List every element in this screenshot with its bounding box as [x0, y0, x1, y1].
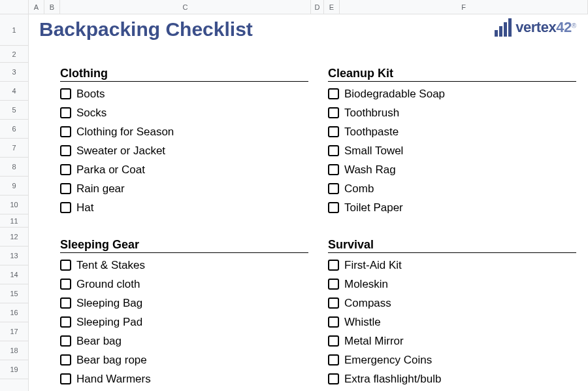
checklist-item-label: Small Towel	[344, 144, 403, 158]
checklist-item-label: Whistle	[344, 316, 381, 329]
checklist-item-label: Moleskin	[344, 278, 388, 291]
spreadsheet-grid[interactable]: Backpacking Checklist vertex42® Clothing…	[29, 14, 588, 391]
row-header-8[interactable]: 8	[0, 158, 28, 177]
checklist-item: Wash Rag	[328, 160, 576, 179]
checkbox[interactable]	[60, 373, 71, 384]
logo-text: vertex	[515, 19, 556, 35]
checkbox[interactable]	[60, 202, 71, 213]
row-header-7[interactable]: 7	[0, 139, 28, 158]
checklist-item-label: Toothpaste	[344, 126, 399, 139]
checkbox[interactable]	[60, 260, 71, 271]
checklist-item-label: Toothbrush	[344, 107, 399, 120]
checkbox[interactable]	[328, 316, 339, 328]
row-header-13[interactable]: 13	[0, 246, 28, 265]
row-header-9[interactable]: 9	[0, 177, 28, 196]
checkbox[interactable]	[60, 354, 71, 366]
column-header-F[interactable]: F	[340, 0, 588, 14]
checklist-item-label: Metal Mirror	[344, 335, 404, 348]
row-header-10[interactable]: 10	[0, 196, 28, 214]
checklist-item: First-Aid Kit	[328, 256, 576, 275]
checklist-item-label: Boots	[76, 88, 105, 101]
column-header-A[interactable]: A	[29, 0, 44, 14]
checkbox[interactable]	[328, 164, 339, 175]
checkbox[interactable]	[328, 298, 339, 309]
checkbox[interactable]	[328, 354, 339, 366]
row-header-1[interactable]: 1	[0, 14, 28, 46]
checkbox[interactable]	[60, 126, 71, 137]
checkbox[interactable]	[328, 279, 339, 290]
checklist-item-label: Sweater or Jacket	[76, 144, 165, 158]
checklist-item-label: Ground cloth	[76, 278, 140, 291]
checklist-item-label: Emergency Coins	[344, 354, 432, 367]
checklist-item: Emergency Coins	[328, 350, 576, 369]
column-header-D[interactable]: D	[311, 0, 324, 14]
checkbox[interactable]	[328, 183, 339, 194]
column-header-B[interactable]: B	[44, 0, 60, 14]
checkbox[interactable]	[60, 279, 71, 290]
checkbox[interactable]	[60, 107, 71, 118]
checklist-item-label: Hand Warmers	[76, 373, 151, 386]
checklist-item: Boots	[60, 84, 308, 103]
checklist-item-label: Sleeping Pad	[76, 316, 142, 329]
checklist-item-label: Parka or Coat	[76, 163, 145, 177]
column-header-C[interactable]: C	[60, 0, 311, 14]
row-header-2[interactable]: 2	[0, 46, 28, 63]
row-header-19[interactable]: 19	[0, 360, 28, 379]
section-clothing: ClothingBootsSocksClothing for SeasonSwe…	[60, 67, 308, 217]
select-all-corner[interactable]	[0, 0, 29, 14]
checklist-item-label: Toilet Paper	[344, 201, 403, 214]
checkbox[interactable]	[60, 164, 71, 175]
checkbox[interactable]	[328, 202, 339, 213]
checklist-item: Extra flashlight/bulb	[328, 369, 576, 388]
row-header-11[interactable]: 11	[0, 214, 28, 228]
checklist-item: Bear bag	[60, 332, 308, 350]
row-header-12[interactable]: 12	[0, 228, 28, 246]
checkbox[interactable]	[60, 298, 71, 309]
checklist-item: Toothbrush	[328, 103, 576, 122]
checklist-item-label: Clothing for Season	[76, 126, 174, 139]
checkbox[interactable]	[60, 88, 71, 99]
checklist-item: Sweater or Jacket	[60, 141, 308, 160]
checkbox[interactable]	[328, 145, 339, 156]
checklist-item: Hand Warmers	[60, 369, 308, 388]
checkbox[interactable]	[328, 88, 339, 99]
column-header-E[interactable]: E	[324, 0, 340, 14]
checklist-item: Hat	[60, 198, 308, 217]
checkbox[interactable]	[60, 183, 71, 194]
checklist-item-label: Compass	[344, 297, 391, 310]
checkbox[interactable]	[60, 145, 71, 156]
checkbox[interactable]	[60, 335, 71, 347]
checkbox[interactable]	[328, 126, 339, 137]
checklist-item: Toilet Paper	[328, 198, 576, 217]
row-header-18[interactable]: 18	[0, 341, 28, 360]
vertex42-logo: vertex42®	[495, 18, 576, 37]
checkbox[interactable]	[328, 260, 339, 271]
page-title: Backpacking Checklist	[39, 18, 253, 41]
row-header-16[interactable]: 16	[0, 303, 28, 322]
row-header-5[interactable]: 5	[0, 101, 28, 120]
logo-bars-icon	[495, 18, 512, 37]
checklist-item: Whistle	[328, 313, 576, 332]
checklist-item-label: Bear bag rope	[76, 354, 147, 367]
row-header-6[interactable]: 6	[0, 120, 28, 139]
checkbox[interactable]	[328, 107, 339, 118]
checklist-item: Biodegradable Soap	[328, 84, 576, 103]
checklist-item: Clothing for Season	[60, 122, 308, 141]
row-header-14[interactable]: 14	[0, 265, 28, 284]
checkbox[interactable]	[328, 373, 339, 384]
checklist-item-label: Hat	[76, 201, 93, 214]
row-header-17[interactable]: 17	[0, 322, 28, 341]
row-header-4[interactable]: 4	[0, 82, 28, 101]
checklist-item: Moleskin	[328, 275, 576, 294]
checklist-item-label: Tent & Stakes	[76, 259, 145, 272]
checklist-item: Bear bag rope	[60, 350, 308, 369]
checkbox[interactable]	[328, 335, 339, 347]
row-header-15[interactable]: 15	[0, 284, 28, 303]
checklist-item-label: Sleeping Bag	[76, 297, 142, 310]
checklist-item: Tent & Stakes	[60, 256, 308, 275]
checklist-item: Rain gear	[60, 179, 308, 198]
checklist-item: Toothpaste	[328, 122, 576, 141]
checkbox[interactable]	[60, 316, 71, 328]
logo-reg-icon: ®	[572, 22, 576, 29]
row-header-3[interactable]: 3	[0, 63, 28, 82]
